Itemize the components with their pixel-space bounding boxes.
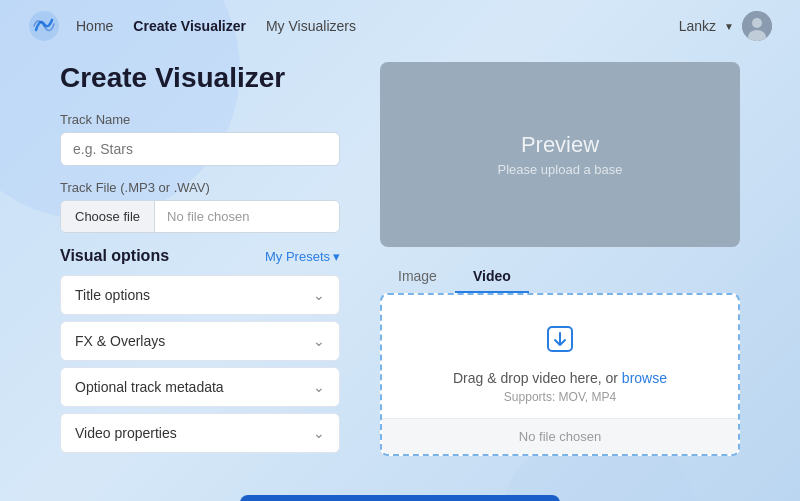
preview-box: Preview Please upload a base xyxy=(380,62,740,247)
accordion-track-metadata-header[interactable]: Optional track metadata ⌄ xyxy=(61,368,339,406)
visual-options-title: Visual options xyxy=(60,247,169,265)
accordion-fx-overlays-label: FX & Overlays xyxy=(75,333,165,349)
media-tabs: Image Video xyxy=(380,261,740,293)
tab-image[interactable]: Image xyxy=(380,261,455,293)
file-name-display: No file chosen xyxy=(155,201,339,232)
my-presets-link[interactable]: My Presets ▾ xyxy=(265,249,340,264)
visual-options-header: Visual options My Presets ▾ xyxy=(60,247,340,265)
right-panel: Preview Please upload a base Image Video… xyxy=(380,62,740,459)
nav-links: Home Create Visualizer My Visualizers xyxy=(76,18,679,34)
presets-label: My Presets xyxy=(265,249,330,264)
chevron-down-icon: ▾ xyxy=(333,249,340,264)
main-content: Create Visualizer Track Name Track File … xyxy=(0,52,800,479)
accordion-video-properties-label: Video properties xyxy=(75,425,177,441)
accordion-track-metadata-label: Optional track metadata xyxy=(75,379,224,395)
accordion-title-options-header[interactable]: Title options ⌄ xyxy=(61,276,339,314)
drop-text: Drag & drop video here, or browse xyxy=(402,370,718,386)
no-file-bar: No file chosen xyxy=(382,418,738,454)
browse-link[interactable]: browse xyxy=(622,370,667,386)
file-input-row: Choose file No file chosen xyxy=(60,200,340,233)
user-label: Lankz xyxy=(679,18,716,34)
nav-my-visualizers[interactable]: My Visualizers xyxy=(266,18,356,34)
track-file-label: Track File (.MP3 or .WAV) xyxy=(60,180,340,195)
accordion-fx-overlays-header[interactable]: FX & Overlays ⌄ xyxy=(61,322,339,360)
preview-title: Preview xyxy=(521,132,599,158)
accordion-video-properties-header[interactable]: Video properties ⌄ xyxy=(61,414,339,452)
drop-supports: Supports: MOV, MP4 xyxy=(402,390,718,404)
avatar xyxy=(742,11,772,41)
track-name-input[interactable] xyxy=(60,132,340,166)
track-file-group: Track File (.MP3 or .WAV) Choose file No… xyxy=(60,180,340,233)
accordion-title-options-label: Title options xyxy=(75,287,150,303)
nav-home[interactable]: Home xyxy=(76,18,113,34)
chevron-down-icon: ▼ xyxy=(724,21,734,32)
accordion-fx-overlays: FX & Overlays ⌄ xyxy=(60,321,340,361)
create-section: Create xyxy=(0,479,800,501)
accordion: Title options ⌄ FX & Overlays ⌄ Optional… xyxy=(60,275,340,453)
accordion-video-properties: Video properties ⌄ xyxy=(60,413,340,453)
accordion-title-options: Title options ⌄ xyxy=(60,275,340,315)
upload-icon xyxy=(402,323,718,362)
navbar: Home Create Visualizer My Visualizers La… xyxy=(0,0,800,52)
chevron-down-icon: ⌄ xyxy=(313,333,325,349)
svg-point-2 xyxy=(752,18,762,28)
drop-zone[interactable]: Drag & drop video here, or browse Suppor… xyxy=(380,293,740,456)
preview-subtitle: Please upload a base xyxy=(497,162,622,177)
nav-create-visualizer[interactable]: Create Visualizer xyxy=(133,18,246,34)
choose-file-button[interactable]: Choose file xyxy=(61,201,155,232)
chevron-down-icon: ⌄ xyxy=(313,379,325,395)
accordion-track-metadata: Optional track metadata ⌄ xyxy=(60,367,340,407)
create-button[interactable]: Create xyxy=(240,495,560,501)
chevron-down-icon: ⌄ xyxy=(313,287,325,303)
page-title: Create Visualizer xyxy=(60,62,340,94)
track-name-label: Track Name xyxy=(60,112,340,127)
left-panel: Create Visualizer Track Name Track File … xyxy=(60,62,340,459)
tab-video[interactable]: Video xyxy=(455,261,529,293)
track-name-group: Track Name xyxy=(60,112,340,166)
chevron-down-icon: ⌄ xyxy=(313,425,325,441)
user-menu[interactable]: Lankz ▼ xyxy=(679,11,772,41)
logo-icon[interactable] xyxy=(28,10,60,42)
